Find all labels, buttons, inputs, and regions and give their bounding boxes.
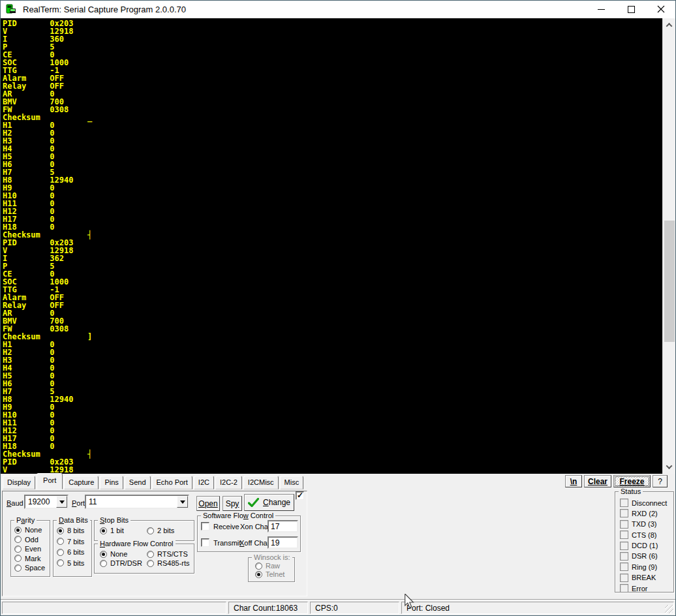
scrollbar-thumb[interactable] bbox=[664, 221, 675, 342]
radio-none[interactable]: None bbox=[14, 526, 50, 534]
terminal-display[interactable]: PID 0x203 V 12918 I 360 P 5 CE 0 SOC 100… bbox=[1, 18, 675, 474]
software-flow-group-title: Software Flow Control bbox=[201, 512, 275, 519]
radio-telnet-indicator bbox=[255, 571, 262, 578]
radio-6-bits-indicator bbox=[57, 549, 64, 556]
status-group-title: Status bbox=[619, 487, 643, 495]
scroll-up-button[interactable] bbox=[663, 20, 675, 31]
transmit-checkbox[interactable] bbox=[201, 538, 209, 547]
spy-button[interactable]: Spy bbox=[223, 496, 242, 511]
window-titlebar: RealTerm: Serial Capture Program 2.0.0.7… bbox=[0, 0, 676, 18]
radio-rts-cts-indicator bbox=[147, 551, 154, 558]
xoff-char-input[interactable] bbox=[268, 536, 298, 549]
radio-dtr-dsr-label: DTR/DSR bbox=[110, 559, 142, 567]
status-label-error: Error bbox=[632, 585, 647, 593]
radio-1-bit[interactable]: 1 bit bbox=[100, 527, 147, 534]
data-bits-group: Data Bits 8 bits7 bits6 bits5 bits bbox=[53, 520, 92, 577]
tab-i2cmisc[interactable]: I2CMisc bbox=[243, 476, 279, 489]
stop-bits-group-title: Stop Bits bbox=[98, 516, 131, 524]
winsock-group: Winsock is: RawTelnet bbox=[248, 557, 295, 582]
stop-bits-group: Stop Bits 1 bit2 bits bbox=[94, 520, 194, 541]
cps-text: CPS:0 bbox=[310, 602, 399, 614]
baud-label: Baud bbox=[7, 499, 23, 507]
radio-mark-indicator bbox=[14, 555, 22, 562]
check-icon bbox=[248, 498, 259, 507]
radio-mark[interactable]: Mark bbox=[14, 555, 50, 562]
char-count-text: Char Count:18063 bbox=[228, 602, 308, 614]
radio-telnet: Telnet bbox=[255, 570, 294, 578]
close-button[interactable] bbox=[646, 0, 676, 18]
freeze-button[interactable]: Freeze bbox=[613, 475, 651, 487]
radio-none-indicator bbox=[100, 551, 107, 558]
radio-none-label: None bbox=[25, 526, 42, 534]
radio-5-bits[interactable]: 5 bits bbox=[57, 559, 91, 567]
radio-6-bits[interactable]: 6 bits bbox=[57, 548, 91, 556]
xon-char-input[interactable] bbox=[268, 520, 298, 532]
minimize-button[interactable] bbox=[586, 0, 616, 18]
minimize-icon bbox=[598, 6, 605, 13]
hardware-flow-group-title: Hardware Flow Control bbox=[98, 540, 176, 547]
scroll-down-button[interactable] bbox=[663, 461, 675, 472]
transmit-label: Transmit bbox=[213, 539, 241, 547]
radio-even[interactable]: Even bbox=[14, 545, 50, 553]
winsock-group-title: Winsock is: bbox=[252, 553, 292, 561]
tab-i2c-2[interactable]: I2C-2 bbox=[215, 476, 242, 489]
radio-6-bits-label: 6 bits bbox=[67, 548, 84, 556]
parity-options: NoneOddEvenMarkSpace bbox=[11, 521, 50, 572]
tab-capture[interactable]: Capture bbox=[64, 476, 99, 489]
radio-7-bits-label: 7 bits bbox=[67, 538, 84, 546]
tab-i2c[interactable]: I2C bbox=[194, 476, 214, 489]
change-checkbox[interactable] bbox=[296, 491, 304, 500]
radio-8-bits[interactable]: 8 bits bbox=[57, 527, 91, 534]
terminal-scrollbar[interactable] bbox=[662, 18, 675, 474]
radio-space-label: Space bbox=[25, 564, 45, 572]
chevron-down-icon bbox=[666, 463, 673, 469]
maximize-button[interactable] bbox=[616, 0, 646, 18]
tab-misc[interactable]: Misc bbox=[280, 476, 304, 489]
radio-2-bits[interactable]: 2 bits bbox=[147, 527, 194, 534]
radio-rs485-rts[interactable]: RS485-rts bbox=[147, 559, 194, 567]
baud-dropdown-button[interactable] bbox=[56, 496, 67, 508]
radio-mark-label: Mark bbox=[25, 555, 40, 562]
open-button[interactable]: Open bbox=[196, 496, 220, 511]
status-label-rxd-2: RXD (2) bbox=[632, 510, 658, 517]
radio-space[interactable]: Space bbox=[14, 564, 50, 572]
radio-2-bits-indicator bbox=[147, 527, 154, 534]
status-item-txd-3: TXD (3) bbox=[620, 520, 673, 529]
tab-display[interactable]: Display bbox=[3, 476, 35, 489]
port-combobox[interactable]: 11 bbox=[85, 495, 189, 509]
status-group: Status DisconnectRXD (2)TXD (3)CTS (8)DC… bbox=[615, 491, 674, 593]
tab-echo-port[interactable]: Echo Port bbox=[152, 476, 192, 489]
newline-button[interactable]: \n bbox=[565, 475, 582, 487]
status-item-break: BREAK bbox=[620, 574, 673, 582]
status-item-ring-9: Ring (9) bbox=[620, 562, 673, 571]
tab-send[interactable]: Send bbox=[125, 476, 151, 489]
radio-5-bits-label: 5 bits bbox=[67, 559, 84, 567]
statusbar-section-empty bbox=[2, 602, 226, 614]
baud-combobox[interactable]: 19200 bbox=[24, 495, 69, 509]
radio-rs485-rts-label: RS485-rts bbox=[157, 559, 190, 567]
radio-odd-indicator bbox=[14, 536, 22, 543]
help-button[interactable]: ? bbox=[653, 475, 668, 487]
radio-rts-cts[interactable]: RTS/CTS bbox=[147, 550, 194, 558]
hardware-flow-options: NoneRTS/CTSDTR/DSRRS485-rts bbox=[95, 544, 194, 567]
status-item-dcd-1: DCD (1) bbox=[620, 542, 673, 550]
status-label-dcd-1: DCD (1) bbox=[632, 542, 658, 549]
radio-none[interactable]: None bbox=[100, 550, 147, 558]
radio-even-indicator bbox=[14, 546, 22, 553]
resize-grip[interactable] bbox=[665, 605, 673, 613]
radio-odd[interactable]: Odd bbox=[14, 536, 50, 544]
hardware-flow-group: Hardware Flow Control NoneRTS/CTSDTR/DSR… bbox=[94, 544, 194, 574]
radio-dtr-dsr[interactable]: DTR/DSR bbox=[100, 559, 147, 567]
radio-odd-label: Odd bbox=[25, 536, 38, 544]
port-dropdown-button[interactable] bbox=[177, 496, 188, 508]
clear-button[interactable]: Clear bbox=[584, 475, 611, 487]
tab-pins[interactable]: Pins bbox=[100, 476, 123, 489]
tab-port[interactable]: Port bbox=[37, 473, 63, 489]
change-button[interactable]: Change bbox=[244, 494, 294, 511]
radio-7-bits[interactable]: 7 bits bbox=[57, 538, 91, 546]
radio-raw-indicator bbox=[255, 562, 262, 570]
terminal-output: PID 0x203 V 12918 I 360 P 5 CE 0 SOC 100… bbox=[3, 20, 92, 474]
close-icon bbox=[657, 5, 665, 13]
status-led-list: DisconnectRXD (2)TXD (3)CTS (8)DCD (1)DS… bbox=[615, 492, 673, 595]
receive-checkbox[interactable] bbox=[201, 522, 209, 531]
